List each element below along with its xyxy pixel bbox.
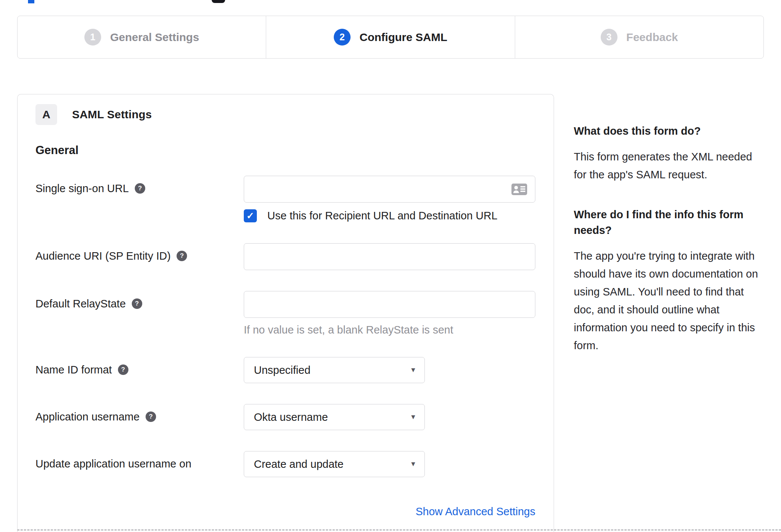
help-icon[interactable]: ? bbox=[118, 364, 128, 375]
help-sidebar: What does this form do? This form genera… bbox=[574, 94, 766, 378]
recipient-url-checkbox-row[interactable]: ✓ Use this for Recipient URL and Destina… bbox=[244, 209, 535, 222]
audience-uri-label: Audience URI (SP Entity ID) bbox=[35, 249, 171, 263]
update-username-value: Create and update bbox=[254, 458, 343, 470]
step-number-badge: 3 bbox=[601, 29, 617, 46]
default-relaystate-input[interactable] bbox=[244, 291, 535, 318]
update-username-select[interactable]: Create and update ▾ bbox=[244, 451, 425, 477]
application-username-row: Application username ? Okta username ▾ bbox=[35, 404, 536, 430]
help-icon[interactable]: ? bbox=[132, 298, 142, 309]
sidebar-body-what: This form generates the XML needed for t… bbox=[574, 148, 766, 184]
application-username-label: Application username bbox=[35, 410, 140, 423]
step-feedback: 3 Feedback bbox=[515, 16, 763, 58]
step-number-badge: 1 bbox=[84, 29, 101, 46]
application-username-select[interactable]: Okta username ▾ bbox=[244, 404, 425, 430]
sidebar-body-where: The app you're trying to integrate with … bbox=[574, 247, 766, 354]
step-label: Feedback bbox=[626, 31, 678, 44]
checkmark-icon: ✓ bbox=[246, 210, 254, 221]
audience-uri-input[interactable] bbox=[244, 243, 535, 270]
sidebar-heading-where: Where do I find the info this form needs… bbox=[574, 207, 766, 238]
section-a-badge: A bbox=[35, 104, 57, 125]
name-id-format-select[interactable]: Unspecified ▾ bbox=[244, 357, 425, 383]
help-icon[interactable]: ? bbox=[177, 251, 187, 261]
cropped-header-icon-fragment bbox=[212, 0, 225, 3]
caret-down-icon: ▾ bbox=[411, 365, 415, 374]
name-id-format-value: Unspecified bbox=[254, 364, 311, 376]
default-relaystate-row: Default RelayState ? If no value is set,… bbox=[35, 291, 536, 336]
relaystate-hint-text: If no value is set, a blank RelayState i… bbox=[244, 324, 535, 336]
step-general-settings[interactable]: 1 General Settings bbox=[18, 16, 266, 58]
help-icon[interactable]: ? bbox=[146, 411, 156, 422]
name-id-format-label: Name ID format bbox=[35, 363, 112, 376]
step-label: General Settings bbox=[110, 31, 199, 44]
recipient-url-checkbox-label: Use this for Recipient URL and Destinati… bbox=[267, 210, 497, 222]
step-configure-saml[interactable]: 2 Configure SAML bbox=[266, 16, 514, 58]
audience-uri-row: Audience URI (SP Entity ID) ? bbox=[35, 243, 536, 270]
sidebar-heading-what: What does this form do? bbox=[574, 123, 766, 139]
panel-title: SAML Settings bbox=[72, 108, 152, 121]
show-advanced-settings-link[interactable]: Show Advanced Settings bbox=[416, 506, 535, 517]
sso-url-input[interactable] bbox=[244, 176, 535, 203]
sso-url-row: Single sign-on URL ? bbox=[35, 176, 536, 222]
step-number-badge: 2 bbox=[334, 29, 351, 46]
step-label: Configure SAML bbox=[360, 31, 447, 44]
contact-card-icon[interactable] bbox=[511, 184, 527, 197]
caret-down-icon: ▾ bbox=[411, 412, 415, 421]
saml-settings-panel: A SAML Settings General Single sign-on U… bbox=[17, 94, 554, 532]
help-icon[interactable]: ? bbox=[135, 183, 145, 194]
wizard-stepper: 1 General Settings 2 Configure SAML 3 Fe… bbox=[17, 16, 764, 59]
update-username-label: Update application username on bbox=[35, 457, 192, 470]
advanced-settings-row: Show Advanced Settings bbox=[35, 506, 536, 518]
default-relaystate-label: Default RelayState bbox=[35, 297, 126, 310]
checkbox-checked-icon[interactable]: ✓ bbox=[244, 209, 257, 222]
sso-url-label: Single sign-on URL bbox=[35, 182, 129, 195]
section-dashed-divider bbox=[17, 529, 781, 531]
cropped-logo-fragment bbox=[28, 0, 34, 3]
caret-down-icon: ▾ bbox=[411, 459, 415, 468]
update-username-row: Update application username on Create an… bbox=[35, 451, 536, 477]
name-id-format-row: Name ID format ? Unspecified ▾ bbox=[35, 357, 536, 383]
application-username-value: Okta username bbox=[254, 411, 328, 423]
general-section-heading: General bbox=[35, 144, 536, 157]
